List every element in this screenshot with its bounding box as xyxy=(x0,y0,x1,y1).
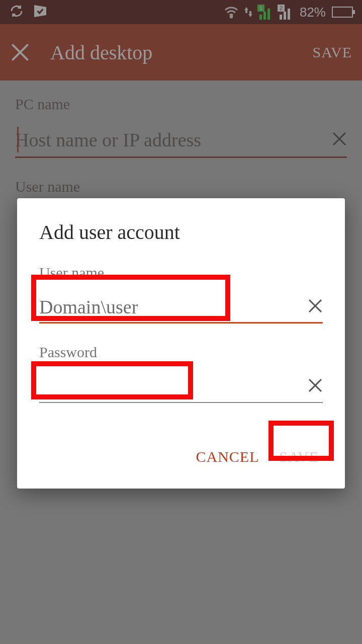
clear-password-button[interactable] xyxy=(308,378,323,395)
password-input[interactable] xyxy=(39,371,323,403)
username-placeholder: Domain\user xyxy=(39,296,138,318)
cancel-button[interactable]: CANCEL xyxy=(196,448,259,465)
dialog-password-label: Password xyxy=(39,344,323,361)
x-icon xyxy=(308,298,323,313)
add-user-account-dialog: Add user account User name Domain\user P… xyxy=(17,198,345,489)
x-icon xyxy=(308,378,323,393)
dialog-title: Add user account xyxy=(39,220,323,244)
username-input[interactable]: Domain\user xyxy=(39,291,323,324)
dialog-actions: CANCEL SAVE xyxy=(39,443,323,473)
dialog-username-label: User name xyxy=(39,264,323,281)
clear-username-button[interactable] xyxy=(308,298,323,315)
save-button[interactable]: SAVE xyxy=(280,448,319,465)
